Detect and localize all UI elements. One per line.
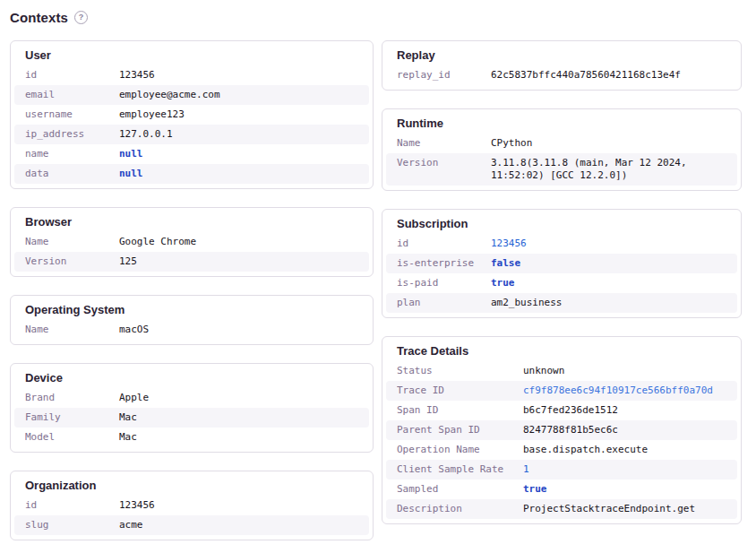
context-key: Version [25,255,119,268]
context-rows: NameGoogle ChromeVersion125 [14,232,369,272]
context-rows: BrandAppleFamilyMacModelMac [14,388,369,447]
help-icon[interactable]: ? [74,11,88,24]
context-value: b6c7fed236de1512 [523,404,726,417]
context-row-trace-details: Operation Namebase.dispatch.execute [386,440,737,460]
context-row-trace-details: Client Sample Rate1 [386,460,737,480]
context-value: true [491,277,726,289]
context-key: Span ID [397,404,523,417]
context-card-organization: Organizationid123456slugacme [10,471,374,540]
card-title-operating-system: Operating System [25,303,358,316]
trace-id-link[interactable]: cf9f878ee6c94f10917ce566bff0a70d [523,385,726,397]
context-card-trace-details: Trace DetailsStatusunknownTrace IDcf9f87… [382,336,742,524]
context-key: Trace ID [397,385,523,397]
context-row-user: ip_address127.0.0.1 [14,125,369,144]
context-key: username [25,108,119,121]
context-key: ip_address [25,128,119,141]
contexts-columns: Userid123456emailemployee@acme.comuserna… [10,40,742,540]
context-row-subscription: id123456 [386,234,737,254]
context-rows: replay_id62c5837bffc440a78560421168c13e4… [386,65,737,85]
context-row-replay: replay_id62c5837bffc440a78560421168c13e4… [386,65,737,85]
context-key: Parent Span ID [397,424,523,436]
context-value: CPython [491,137,726,150]
context-key: Name [25,324,119,336]
context-row-user: datanull [14,164,369,184]
context-value: Mac [119,431,358,444]
context-key: plan [397,297,491,309]
contexts-header: Contexts ? [10,10,742,25]
context-card-replay: Replayreplay_id62c5837bffc440a7856042116… [382,40,742,91]
context-value: unknown [523,365,726,377]
context-value: null [119,148,358,160]
context-value: 125 [119,255,358,268]
card-title-trace-details: Trace Details [397,344,726,358]
context-key: Sampled [397,483,523,496]
context-card-operating-system: Operating SystemNamemacOS [10,295,374,345]
context-row-runtime: Version3.11.8(3.11.8 (main, Mar 12 2024,… [386,153,737,186]
context-row-browser: Version125 [14,252,369,272]
context-value: 3.11.8(3.11.8 (main, Mar 12 2024, 11:52:… [491,157,726,182]
card-title-user: User [25,48,358,62]
context-key: Family [25,411,119,424]
context-value: Mac [119,411,358,424]
context-row-device: BrandApple [14,388,369,408]
context-card-subscription: Subscriptionid123456is-enterprisefalseis… [382,209,742,318]
context-value: Apple [119,392,358,404]
context-row-user: usernameemployee123 [14,105,369,125]
context-value: employee@acme.com [119,89,358,101]
context-row-trace-details: Sampledtrue [386,480,737,499]
context-row-organization: slugacme [14,515,369,535]
context-value: ProjectStacktraceEndpoint.get [523,503,726,515]
context-value: 62c5837bffc440a78560421168c13e4f [491,69,726,82]
context-value: base.dispatch.execute [523,444,726,456]
context-value: false [491,257,726,270]
card-title-browser: Browser [25,215,358,229]
context-row-organization: id123456 [14,496,369,515]
card-title-device: Device [25,371,358,385]
context-value: 123456 [119,499,358,512]
context-row-subscription: is-enterprisefalse [386,254,737,273]
context-row-user: emailemployee@acme.com [14,85,369,105]
context-row-user: namenull [14,144,369,164]
context-key: Brand [25,392,119,404]
context-row-trace-details: DescriptionProjectStacktraceEndpoint.get [386,499,737,519]
context-value: null [119,168,358,180]
card-title-runtime: Runtime [397,117,726,130]
context-rows: id123456is-enterprisefalseis-paidtruepla… [386,234,737,313]
context-row-user: id123456 [14,65,369,85]
context-row-subscription: is-paidtrue [386,273,737,293]
context-value: acme [119,519,358,531]
context-key: Operation Name [397,444,523,456]
context-row-device: FamilyMac [14,408,369,428]
context-key: replay_id [397,69,491,82]
context-row-trace-details: Trace IDcf9f878ee6c94f10917ce566bff0a70d [386,381,737,401]
context-value: 127.0.0.1 [119,128,358,141]
context-row-runtime: NameCPython [386,134,737,153]
context-row-trace-details: Span IDb6c7fed236de1512 [386,401,737,420]
context-key: Client Sample Rate [397,463,523,476]
page-title: Contexts [10,10,68,25]
context-value: true [523,483,726,496]
context-key: is-paid [397,277,491,289]
contexts-column-left: Userid123456emailemployee@acme.comuserna… [10,40,374,540]
context-card-runtime: RuntimeNameCPythonVersion3.11.8(3.11.8 (… [382,108,742,191]
context-value: macOS [119,324,358,336]
card-title-organization: Organization [25,479,358,492]
context-key: name [25,148,119,160]
context-key: data [25,168,119,180]
context-card-user: Userid123456emailemployee@acme.comuserna… [10,40,374,189]
context-key: id [397,238,491,250]
card-title-subscription: Subscription [397,217,726,230]
context-row-subscription: planam2_business [386,293,737,313]
context-value: 8247788f81b5ec6c [523,424,726,436]
context-rows: StatusunknownTrace IDcf9f878ee6c94f10917… [386,361,737,519]
context-value: employee123 [119,108,358,121]
context-key: slug [25,519,119,531]
context-rows: NameCPythonVersion3.11.8(3.11.8 (main, M… [386,134,737,186]
context-rows: id123456emailemployee@acme.comusernameem… [14,65,369,184]
context-row-trace-details: Parent Span ID8247788f81b5ec6c [386,420,737,440]
context-key: Version [397,157,491,182]
context-row-device: ModelMac [14,428,369,447]
context-row-operating-system: NamemacOS [14,320,369,340]
context-key: is-enterprise [397,257,491,270]
context-value: 123456 [119,69,358,82]
